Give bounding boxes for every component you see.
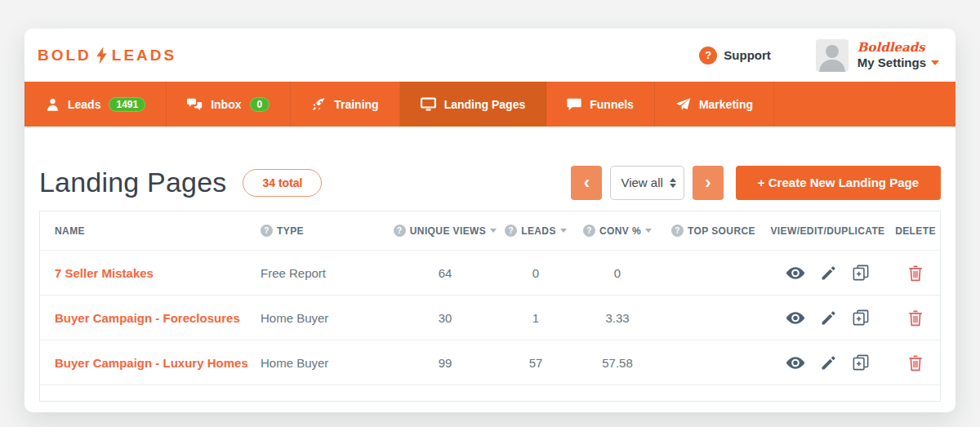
sort-caret-icon bbox=[560, 229, 567, 233]
eye-icon bbox=[786, 356, 805, 370]
sort-caret-icon bbox=[490, 229, 497, 233]
view-select-value: View all bbox=[621, 176, 662, 189]
view-button[interactable] bbox=[786, 311, 805, 325]
page-header: Landing Pages 34 total ‹ View all › + Cr… bbox=[24, 127, 956, 211]
delete-button[interactable] bbox=[908, 354, 923, 371]
speech-bubble-icon bbox=[567, 97, 581, 111]
tab-leads[interactable]: Leads 1491 bbox=[24, 82, 167, 127]
col-header-conv[interactable]: ? CONV % bbox=[572, 225, 662, 237]
edit-button[interactable] bbox=[821, 265, 836, 281]
col-header-delete: DELETE bbox=[891, 225, 940, 237]
next-page-button[interactable]: › bbox=[693, 166, 724, 200]
leads-value: 1 bbox=[499, 311, 572, 325]
tab-label: Marketing bbox=[699, 98, 753, 111]
top-bar-right: ? Support Boldleads My Settings bbox=[699, 39, 939, 72]
eye-icon bbox=[786, 266, 805, 280]
duplicate-button[interactable] bbox=[852, 354, 870, 371]
tab-label: Inbox bbox=[211, 98, 241, 111]
col-header-top-source[interactable]: ? TOP SOURCE bbox=[662, 225, 764, 237]
row-delete bbox=[891, 354, 940, 371]
duplicate-icon bbox=[852, 264, 870, 282]
delete-button[interactable] bbox=[908, 309, 923, 327]
view-button[interactable] bbox=[786, 356, 805, 370]
my-settings-label: My Settings bbox=[858, 56, 926, 71]
support-link[interactable]: ? Support bbox=[699, 47, 771, 64]
edit-button[interactable] bbox=[821, 355, 836, 371]
col-header-name[interactable]: NAME bbox=[40, 225, 261, 237]
app-window: BOLD LEADS ? Support Boldleads bbox=[24, 29, 956, 412]
unique-views-value: 64 bbox=[391, 266, 499, 280]
row-actions bbox=[764, 309, 891, 327]
table-row-partial bbox=[40, 385, 940, 401]
account-menu[interactable]: Boldleads My Settings bbox=[816, 39, 939, 72]
view-button[interactable] bbox=[786, 266, 805, 280]
duplicate-button[interactable] bbox=[852, 264, 870, 282]
help-icon: ? bbox=[583, 225, 595, 237]
logo-word-leads: LEADS bbox=[112, 47, 176, 64]
delete-button[interactable] bbox=[908, 265, 923, 282]
avatar bbox=[816, 39, 849, 72]
page-title: Landing Pages bbox=[39, 167, 226, 198]
tab-landing-pages[interactable]: Landing Pages bbox=[400, 82, 547, 127]
help-icon: ? bbox=[261, 225, 273, 237]
conv-value: 57.58 bbox=[572, 356, 662, 370]
table-row: Buyer Campaign - Foreclosures Home Buyer… bbox=[40, 295, 940, 340]
landing-page-name-link[interactable]: 7 Seller Mistakes bbox=[40, 266, 261, 280]
col-header-unique-views[interactable]: ? UNIQUE VIEWS bbox=[391, 225, 499, 237]
tab-label: Leads bbox=[68, 98, 100, 111]
eye-icon bbox=[786, 311, 805, 325]
duplicate-icon bbox=[852, 309, 870, 327]
edit-button[interactable] bbox=[821, 310, 836, 326]
row-delete bbox=[891, 265, 940, 282]
my-settings-link[interactable]: My Settings bbox=[858, 56, 939, 71]
chevron-down-icon bbox=[931, 60, 939, 65]
tab-funnels[interactable]: Funnels bbox=[546, 82, 655, 127]
table-row: 7 Seller Mistakes Free Report 64 0 0 bbox=[40, 250, 940, 295]
conv-value: 0 bbox=[572, 266, 662, 280]
top-bar: BOLD LEADS ? Support Boldleads bbox=[24, 29, 956, 82]
help-icon: ? bbox=[505, 225, 517, 237]
tab-label: Funnels bbox=[590, 98, 634, 111]
tab-training[interactable]: Training bbox=[291, 82, 399, 127]
account-name: Boldleads bbox=[858, 40, 939, 56]
row-actions bbox=[764, 354, 891, 371]
chevron-right-icon: › bbox=[705, 174, 710, 192]
col-header-leads[interactable]: ? LEADS bbox=[499, 225, 572, 237]
col-header-type[interactable]: ? TYPE bbox=[261, 225, 391, 237]
table-row: Buyer Campaign - Luxury Homes Home Buyer… bbox=[40, 340, 940, 385]
duplicate-icon bbox=[852, 354, 870, 371]
tab-inbox[interactable]: Inbox 0 bbox=[167, 82, 291, 127]
chevron-left-icon: ‹ bbox=[584, 174, 590, 192]
landing-page-type: Home Buyer bbox=[261, 311, 391, 325]
inbox-count-badge: 0 bbox=[250, 97, 270, 112]
help-icon: ? bbox=[394, 225, 406, 237]
leads-value: 57 bbox=[499, 356, 572, 370]
monitor-icon bbox=[421, 97, 436, 111]
pencil-icon bbox=[821, 310, 836, 326]
landing-page-name-link[interactable]: Buyer Campaign - Luxury Homes bbox=[40, 356, 261, 370]
account-text: Boldleads My Settings bbox=[858, 40, 939, 71]
landing-page-type: Home Buyer bbox=[261, 356, 391, 370]
tab-marketing[interactable]: Marketing bbox=[655, 82, 774, 127]
view-filter-select[interactable]: View all bbox=[610, 166, 684, 200]
prev-page-button[interactable]: ‹ bbox=[571, 166, 602, 200]
create-new-landing-page-button[interactable]: + Create New Landing Page bbox=[736, 166, 941, 200]
paper-plane-icon bbox=[675, 97, 691, 111]
landing-page-type: Free Report bbox=[261, 266, 391, 280]
trash-icon bbox=[908, 354, 923, 371]
table-header-row: NAME ? TYPE ? UNIQUE VIEWS ? LEADS ? CON… bbox=[40, 211, 940, 250]
boldleads-logo[interactable]: BOLD LEADS bbox=[38, 47, 176, 64]
rocket-icon bbox=[311, 97, 326, 112]
lightning-bolt-icon bbox=[96, 47, 108, 64]
help-icon: ? bbox=[671, 225, 684, 237]
col-header-view-edit-duplicate: VIEW/EDIT/DUPLICATE bbox=[764, 225, 891, 237]
duplicate-button[interactable] bbox=[852, 309, 870, 327]
leads-count-badge: 1491 bbox=[109, 97, 145, 112]
row-delete bbox=[891, 309, 940, 327]
sort-caret-icon bbox=[645, 229, 652, 233]
tab-label: Training bbox=[334, 98, 378, 111]
trash-icon bbox=[908, 309, 923, 327]
support-label: Support bbox=[724, 48, 771, 62]
landing-page-name-link[interactable]: Buyer Campaign - Foreclosures bbox=[40, 311, 261, 325]
conv-value: 3.33 bbox=[572, 311, 662, 325]
